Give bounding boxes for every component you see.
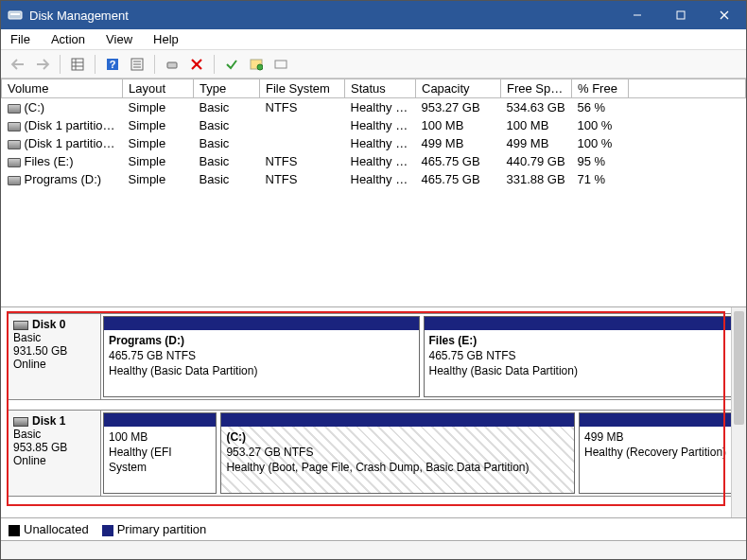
disk-label[interactable]: Disk 1Basic953.85 GBOnline [7,410,101,497]
legend: Unallocated Primary partition [1,517,746,540]
app-icon [7,7,24,24]
maximize-button[interactable] [659,1,703,29]
delete-button[interactable] [185,53,208,76]
refresh-button[interactable] [161,53,183,76]
svg-rect-6 [72,59,83,70]
table-row[interactable]: Programs (D:)SimpleBasicNTFSHealthy (B..… [2,170,746,188]
properties-button[interactable] [245,53,268,76]
title-bar: Disk Management [1,1,746,29]
menu-help[interactable]: Help [149,30,182,48]
disk-label[interactable]: Disk 0Basic931.50 GBOnline [7,313,101,400]
svg-text:?: ? [110,59,116,70]
col-status[interactable]: Status [345,79,416,98]
col-blank[interactable] [629,79,746,98]
col-volume[interactable]: Volume [2,79,123,98]
disk-row: Disk 0Basic931.50 GBOnlinePrograms (D:)4… [7,313,735,400]
status-bar [1,540,746,559]
partition[interactable]: 100 MBHealthy (EFI System [103,412,217,494]
vertical-scrollbar[interactable] [731,307,746,517]
volume-table[interactable]: Volume Layout Type File System Status Ca… [1,79,746,188]
close-button[interactable] [703,1,746,29]
col-filesystem[interactable]: File System [260,79,345,98]
svg-rect-21 [275,61,287,68]
menu-view[interactable]: View [102,30,136,48]
list-view-button[interactable] [126,53,148,76]
svg-point-20 [257,64,263,70]
menu-bar: File Action View Help [1,29,746,50]
table-header-row: Volume Layout Type File System Status Ca… [2,79,746,98]
volume-icon [8,176,21,185]
volume-icon [8,104,21,114]
col-pctfree[interactable]: % Free [572,79,629,98]
toolbar: ? [1,50,746,79]
volume-icon [8,158,21,167]
forward-button[interactable] [31,53,54,76]
svg-rect-16 [167,62,177,68]
menu-action[interactable]: Action [47,30,89,48]
volume-list-pane: Volume Layout Type File System Status Ca… [1,79,746,307]
disk-icon [13,321,28,330]
graphical-view-pane: Disk 0Basic931.50 GBOnlinePrograms (D:)4… [1,307,746,517]
partition[interactable]: (C:)953.27 GB NTFSHealthy (Boot, Page Fi… [220,412,575,494]
table-row[interactable]: (Disk 1 partition 1)SimpleBasicHealthy (… [2,116,746,134]
col-free[interactable]: Free Spa... [501,79,572,98]
svg-rect-1 [10,13,20,15]
partition[interactable]: 499 MBHealthy (Recovery Partition) [579,412,743,494]
legend-unallocated: Unallocated [9,522,89,536]
legend-primary: Primary partition [102,522,207,536]
table-row[interactable]: Files (E:)SimpleBasicNTFSHealthy (B...46… [2,152,746,170]
minimize-button[interactable] [616,1,659,29]
partition[interactable]: Programs (D:)465.75 GB NTFSHealthy (Basi… [103,316,420,397]
col-capacity[interactable]: Capacity [416,79,501,98]
col-layout[interactable]: Layout [123,79,194,98]
table-row[interactable]: (C:)SimpleBasicNTFSHealthy (B...953.27 G… [2,98,746,117]
back-button[interactable] [7,53,29,76]
table-row[interactable]: (Disk 1 partition 4)SimpleBasicHealthy (… [2,134,746,152]
help-button[interactable]: ? [101,53,124,76]
disk-icon [13,417,28,427]
window-title: Disk Management [29,9,616,23]
col-type[interactable]: Type [194,79,260,98]
volume-icon [8,140,21,149]
check-button[interactable] [220,53,243,76]
disk-row: Disk 1Basic953.85 GBOnline100 MBHealthy … [7,410,735,497]
extra-button[interactable] [269,53,292,76]
menu-file[interactable]: File [7,30,34,48]
partition[interactable]: Files (E:)465.75 GB NTFSHealthy (Basic D… [424,316,740,397]
volume-icon [8,122,21,131]
svg-rect-3 [677,11,685,19]
table-view-button[interactable] [66,53,89,76]
